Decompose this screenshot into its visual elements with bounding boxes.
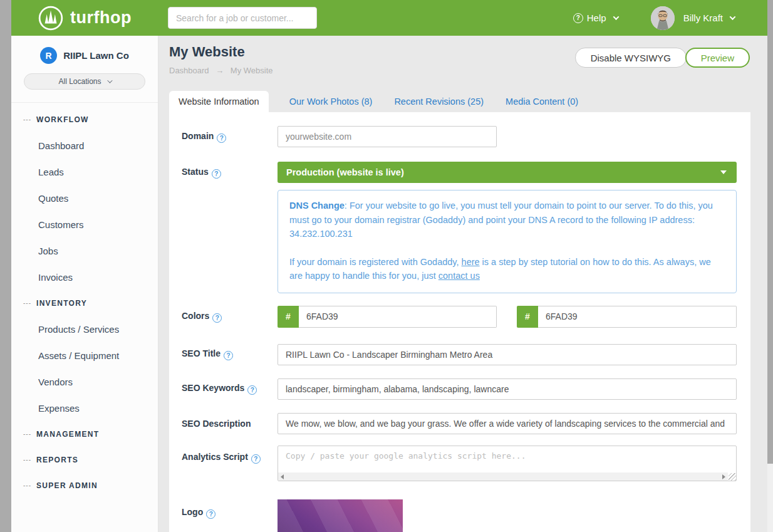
status-value: Production (website is live) (286, 167, 404, 177)
help-label: Help (587, 13, 606, 23)
breadcrumb: Dashboard → My Website (169, 66, 273, 75)
sidebar-section-workflow[interactable]: --- WORKFLOW (11, 107, 158, 132)
secondary-color-input[interactable] (538, 306, 737, 328)
dash-icon: --- (23, 456, 36, 463)
main-content: My Website Dashboard → My Website Disabl… (158, 36, 767, 532)
domain-row: Domain? (182, 126, 737, 147)
help-tooltip-icon[interactable]: ? (206, 509, 215, 519)
disable-wysiwyg-button[interactable]: Disable WYSIWYG (575, 48, 687, 68)
scroll-right-icon[interactable] (722, 474, 725, 479)
seo-keywords-input[interactable] (278, 378, 737, 400)
search-input[interactable] (168, 7, 317, 29)
sidebar-item-expenses[interactable]: Expenses (11, 395, 158, 421)
colors-label: Colors? (182, 311, 278, 323)
seo-title-input[interactable] (278, 344, 737, 365)
seo-description-label: SEO Description (182, 419, 278, 429)
sidebar-section-super-admin[interactable]: --- SUPER ADMIN (11, 472, 158, 498)
help-tooltip-icon[interactable]: ? (212, 313, 222, 323)
dash-icon: --- (23, 116, 36, 123)
domain-label: Domain? (182, 131, 278, 143)
help-tooltip-icon[interactable]: ? (247, 385, 257, 395)
sidebar-menu: --- WORKFLOW Dashboard Leads Quotes Cust… (11, 103, 158, 498)
tab-website-information[interactable]: Website Information (169, 91, 269, 112)
sidebar-item-products-services[interactable]: Products / Services (11, 316, 158, 342)
horizontal-scrollbar[interactable] (278, 472, 728, 481)
left-edge-strip (0, 0, 11, 532)
app-screen: turfhop ? Help Billy Kraft (0, 0, 773, 532)
dash-icon: --- (23, 430, 36, 437)
contact-us-link[interactable]: contact us (438, 271, 480, 281)
company-badge: R (40, 47, 57, 64)
resize-grip-icon[interactable] (729, 473, 736, 481)
top-navbar: turfhop ? Help Billy Kraft (11, 0, 767, 36)
status-label: Status? (182, 167, 278, 179)
help-menu[interactable]: ? Help (573, 13, 618, 23)
preview-button[interactable]: Preview (685, 48, 750, 68)
chevron-down-icon (107, 78, 112, 83)
seo-title-label: SEO Title? (182, 348, 278, 360)
dash-icon: --- (23, 300, 36, 306)
scroll-left-icon[interactable] (281, 474, 284, 479)
scrollbar-thumb[interactable] (767, 0, 773, 464)
tab-bar: Website Information Our Work Photos (8) … (169, 91, 579, 112)
sidebar-item-assets-equipment[interactable]: Assets / Equipment (11, 342, 158, 368)
brand-logo[interactable]: turfhop (38, 5, 132, 31)
tutorial-link[interactable]: here (462, 257, 480, 267)
colors-row: Colors? # # (182, 306, 737, 328)
logo-row: Logo? (182, 499, 737, 532)
all-locations-button[interactable]: All Locations (24, 73, 145, 90)
dash-icon: --- (23, 482, 36, 489)
sidebar-section-inventory[interactable]: --- INVENTORY (11, 290, 158, 316)
status-select[interactable]: Production (website is live) (278, 162, 737, 183)
analytics-row: Analytics Script? (182, 446, 737, 481)
website-information-panel: Domain? Status? Production (website is l… (169, 112, 750, 532)
user-name: Billy Kraft (683, 13, 723, 23)
seo-description-row: SEO Description (182, 413, 737, 434)
company-row: R RIIPL Lawn Co (11, 47, 158, 64)
turfhop-grass-icon (38, 5, 64, 31)
hash-prefix: # (278, 306, 299, 328)
user-menu[interactable]: Billy Kraft (651, 6, 735, 30)
sidebar-item-invoices[interactable]: Invoices (11, 264, 158, 290)
sidebar-item-jobs[interactable]: Jobs (11, 237, 158, 264)
help-icon: ? (573, 13, 583, 23)
caret-down-icon (720, 170, 727, 174)
status-row: Status? Production (website is live) (182, 162, 737, 183)
company-name: RIIPL Lawn Co (63, 50, 129, 61)
help-tooltip-icon[interactable]: ? (217, 133, 226, 143)
help-tooltip-icon[interactable]: ? (224, 351, 233, 360)
primary-color-input[interactable] (299, 306, 497, 328)
sidebar-item-vendors[interactable]: Vendors (11, 368, 158, 395)
dns-notice-row: DNS Change: For your website to go live,… (182, 190, 737, 293)
brand-name: turfhop (70, 8, 132, 28)
sidebar-item-customers[interactable]: Customers (11, 211, 158, 237)
sidebar-item-dashboard[interactable]: Dashboard (11, 132, 158, 159)
sidebar-item-quotes[interactable]: Quotes (11, 185, 158, 211)
avatar (651, 6, 675, 30)
tab-our-work-photos[interactable]: Our Work Photos (8) (288, 91, 374, 112)
page-title: My Website (169, 44, 245, 60)
sidebar-item-leads[interactable]: Leads (11, 159, 158, 185)
breadcrumb-dashboard[interactable]: Dashboard (169, 66, 209, 75)
seo-description-input[interactable] (278, 413, 737, 434)
breadcrumb-arrow-icon: → (215, 66, 224, 75)
seo-title-row: SEO Title? (182, 344, 737, 365)
domain-input[interactable] (278, 126, 497, 147)
breadcrumb-current: My Website (231, 66, 273, 75)
tab-recent-revisions[interactable]: Recent Revisions (25) (393, 91, 485, 112)
help-tooltip-icon[interactable]: ? (251, 454, 261, 464)
dns-notice-title: DNS Change (289, 201, 345, 211)
company-header: R RIIPL Lawn Co All Locations (11, 36, 158, 103)
chevron-down-icon (613, 14, 619, 20)
seo-keywords-label: SEO Keywords? (182, 383, 278, 395)
tab-media-content[interactable]: Media Content (0) (504, 91, 579, 112)
vertical-scrollbar (767, 0, 773, 532)
help-tooltip-icon[interactable]: ? (212, 169, 221, 179)
dns-notice: DNS Change: For your website to go live,… (278, 190, 737, 293)
logo-image[interactable] (278, 499, 403, 532)
all-locations-label: All Locations (58, 77, 101, 86)
sidebar-section-management[interactable]: --- MANAGEMENT (11, 421, 158, 447)
sidebar-section-reports[interactable]: --- REPORTS (11, 447, 158, 472)
sidebar: R RIIPL Lawn Co All Locations --- WORKFL… (11, 36, 158, 532)
logo-label: Logo? (182, 499, 278, 532)
